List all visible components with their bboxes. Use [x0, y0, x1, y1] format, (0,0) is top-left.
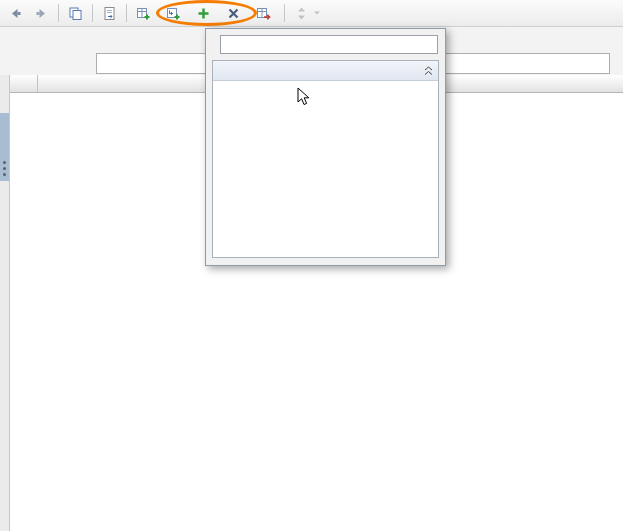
chevron-down-icon — [313, 10, 321, 16]
nav-forward-button[interactable] — [29, 3, 54, 24]
copy-button[interactable] — [63, 3, 88, 24]
add-existing-button[interactable] — [191, 3, 220, 24]
group-header-general[interactable] — [213, 61, 438, 81]
add-nested-button[interactable] — [161, 3, 190, 24]
add-new-icon — [136, 6, 151, 21]
type-search-input[interactable] — [220, 35, 438, 54]
copy-icon — [68, 6, 83, 21]
nav-forward-icon — [34, 6, 49, 21]
toolbar-separator — [126, 4, 127, 22]
add-nested-icon — [166, 6, 181, 21]
export-icon — [102, 6, 117, 21]
type-list — [212, 60, 439, 258]
delete-button[interactable] — [221, 3, 250, 24]
table-toolbar — [0, 0, 623, 27]
move-up-down-icon — [294, 6, 309, 21]
add-new-button[interactable] — [131, 3, 160, 24]
remove-from-table-icon — [256, 6, 271, 21]
delete-icon — [226, 6, 241, 21]
row-gutter — [0, 75, 10, 531]
add-existing-icon — [196, 6, 211, 21]
select-type-popup — [205, 28, 446, 266]
remove-from-table-button[interactable] — [251, 3, 280, 24]
toolbar-separator — [92, 4, 93, 22]
popup-header — [206, 29, 445, 60]
collapse-group-icon[interactable] — [424, 66, 433, 76]
export-button[interactable] — [97, 3, 122, 24]
splitter-grip[interactable] — [3, 161, 6, 176]
column-header-number[interactable] — [10, 75, 38, 92]
nav-back-button[interactable] — [3, 3, 28, 24]
nav-back-icon — [8, 6, 23, 21]
toolbar-separator — [284, 4, 285, 22]
move-rows-button[interactable] — [289, 3, 326, 24]
toolbar-separator — [58, 4, 59, 22]
